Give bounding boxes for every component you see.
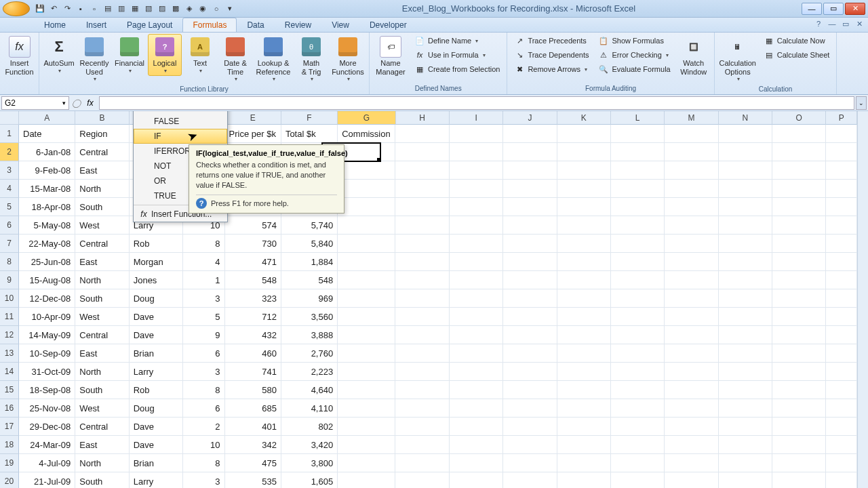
cell[interactable]: 5-May-08 (19, 216, 75, 235)
cell[interactable] (826, 308, 857, 326)
cell[interactable]: 432 (225, 326, 281, 344)
cell[interactable] (611, 143, 665, 161)
cell[interactable] (395, 436, 449, 454)
cell[interactable]: Jones (130, 271, 183, 289)
cell[interactable] (395, 253, 449, 271)
cell[interactable] (611, 381, 665, 399)
cell[interactable] (719, 216, 772, 235)
column-header[interactable]: F (281, 111, 338, 125)
column-header[interactable]: A (19, 111, 75, 125)
cell[interactable]: 9-Feb-08 (19, 161, 75, 180)
cell[interactable]: 14-May-09 (19, 326, 75, 344)
cell[interactable] (665, 399, 718, 418)
cell[interactable] (665, 308, 718, 326)
cell[interactable]: 10-Sep-09 (19, 344, 75, 363)
column-header[interactable]: B (75, 111, 129, 125)
cell[interactable] (503, 125, 557, 143)
cell[interactable] (772, 326, 826, 344)
qat-icon[interactable]: ▥ (115, 3, 127, 15)
cell[interactable] (395, 454, 449, 472)
cell[interactable] (826, 180, 857, 198)
cell[interactable] (557, 235, 611, 253)
row-header[interactable]: 20 (0, 472, 19, 488)
cell[interactable] (719, 143, 772, 161)
cell[interactable] (338, 271, 395, 289)
close-workbook-icon[interactable]: ✕ (854, 19, 864, 28)
cell[interactable]: West (75, 308, 129, 326)
maximize-button[interactable]: ▭ (823, 3, 844, 15)
cell[interactable] (450, 289, 503, 308)
cell[interactable]: Central (75, 326, 129, 344)
row-header[interactable]: 16 (0, 399, 19, 418)
cell[interactable] (826, 381, 857, 399)
cell[interactable] (826, 271, 857, 289)
cell[interactable]: 12-Dec-08 (19, 289, 75, 308)
cell[interactable] (503, 308, 557, 326)
cell[interactable] (772, 472, 826, 488)
cell[interactable]: 1 (183, 271, 225, 289)
column-header[interactable]: P (826, 111, 857, 125)
cell[interactable] (557, 308, 611, 326)
remove-arrows-button[interactable]: ✖Remove Arrows▾ (510, 62, 593, 76)
cell[interactable]: 712 (225, 308, 281, 326)
cell[interactable] (338, 399, 395, 418)
cell[interactable]: 401 (225, 418, 281, 436)
cell[interactable] (719, 253, 772, 271)
cell[interactable]: Brian (130, 344, 183, 363)
cell[interactable]: 548 (225, 271, 281, 289)
column-header[interactable]: L (611, 111, 665, 125)
cell[interactable] (450, 326, 503, 344)
cell[interactable]: 29-Dec-08 (19, 418, 75, 436)
cell[interactable] (611, 289, 665, 308)
cancel-icon[interactable]: ◯ (71, 96, 81, 110)
cell[interactable] (503, 180, 557, 198)
cell[interactable] (557, 436, 611, 454)
cell[interactable] (665, 289, 718, 308)
tab-developer[interactable]: Developer (359, 18, 417, 32)
cell[interactable]: 471 (225, 253, 281, 271)
cell[interactable] (338, 180, 395, 198)
cell[interactable]: 6-Jan-08 (19, 143, 75, 161)
cell[interactable]: Central (75, 418, 129, 436)
cell[interactable] (665, 125, 718, 143)
define-name-button[interactable]: 📄Define Name▾ (410, 34, 504, 47)
cell[interactable] (772, 308, 826, 326)
save-icon[interactable]: 💾 (34, 3, 46, 15)
cell[interactable] (338, 344, 395, 363)
cell[interactable] (772, 399, 826, 418)
cell[interactable]: Central (75, 235, 129, 253)
cell[interactable] (611, 271, 665, 289)
cell[interactable]: 580 (225, 381, 281, 399)
cell[interactable]: 5 (183, 308, 225, 326)
row-header[interactable]: 11 (0, 308, 19, 326)
cell[interactable]: Central (75, 143, 129, 161)
cell[interactable]: 22-May-08 (19, 235, 75, 253)
insert-function-fx-button[interactable]: fx (83, 96, 98, 110)
lookup-reference-button[interactable]: Lookup & Reference▾ (254, 34, 293, 84)
cell[interactable] (395, 271, 449, 289)
column-header[interactable]: G (338, 111, 395, 125)
tab-data[interactable]: Data (237, 18, 274, 32)
cell[interactable] (719, 235, 772, 253)
cell[interactable]: 25-Nov-08 (19, 399, 75, 418)
cell[interactable]: 685 (225, 399, 281, 418)
cell[interactable] (395, 308, 449, 326)
cell[interactable]: Larry (130, 472, 183, 488)
cell[interactable] (611, 472, 665, 488)
cell[interactable] (557, 454, 611, 472)
cell[interactable]: East (75, 161, 129, 180)
cell[interactable] (338, 235, 395, 253)
qat-icon[interactable]: ▦ (129, 3, 141, 15)
row-header[interactable]: 18 (0, 436, 19, 454)
cell[interactable] (611, 454, 665, 472)
cell[interactable]: 475 (225, 454, 281, 472)
cell[interactable] (450, 161, 503, 180)
tab-home[interactable]: Home (34, 18, 76, 32)
cell[interactable]: 4-Jul-09 (19, 454, 75, 472)
logical-button[interactable]: ? Logical▾ (148, 34, 182, 76)
cell[interactable]: 535 (225, 472, 281, 488)
cell[interactable]: 18-Apr-08 (19, 198, 75, 216)
formula-input[interactable] (99, 96, 854, 110)
cell[interactable] (719, 271, 772, 289)
cell[interactable] (611, 344, 665, 363)
